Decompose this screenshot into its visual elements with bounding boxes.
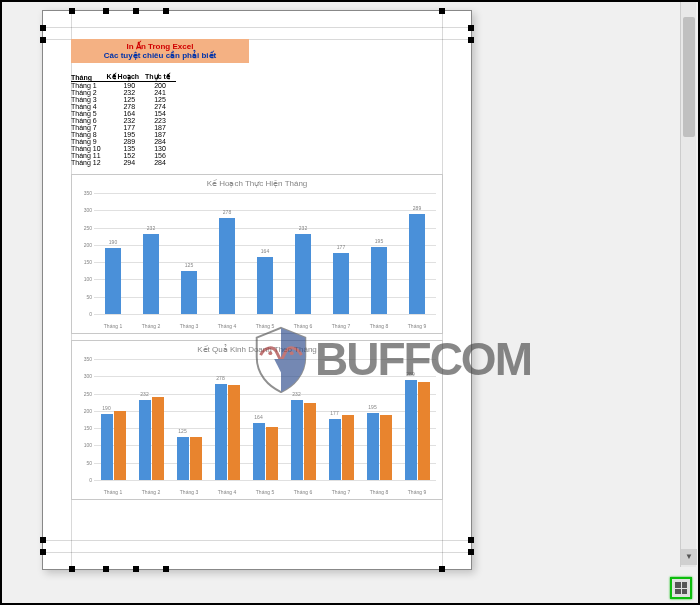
margin-handle[interactable] <box>103 8 109 14</box>
x-tick: Tháng 5 <box>246 489 284 495</box>
bar-group: 164 <box>246 359 284 480</box>
bar-group: 232 <box>132 193 170 314</box>
table-cell: 177 <box>107 124 146 131</box>
table-cell: 130 <box>145 145 176 152</box>
bar <box>228 385 240 480</box>
margin-handle[interactable] <box>69 8 75 14</box>
bar <box>380 415 392 480</box>
margin-handle[interactable] <box>40 25 46 31</box>
bar: 232 <box>291 400 303 480</box>
bar <box>266 427 278 480</box>
margin-handle[interactable] <box>40 537 46 543</box>
table-row: Tháng 7177187 <box>71 124 176 131</box>
table-header: Kế Hoạch <box>107 73 146 82</box>
bar: 164 <box>253 423 265 480</box>
margin-handle[interactable] <box>163 8 169 14</box>
bar-group: 232 <box>132 359 170 480</box>
margin-handle[interactable] <box>468 37 474 43</box>
title-line2: Các tuyệt chiêu cần phải biết <box>77 51 243 60</box>
x-tick: Tháng 9 <box>398 489 436 495</box>
table-header: Tháng <box>71 73 107 82</box>
bar-group: 278 <box>208 193 246 314</box>
table-row: Tháng 1190200 <box>71 82 176 90</box>
bar-label: 195 <box>368 404 376 410</box>
bar: 125 <box>177 437 189 480</box>
bar-label: 232 <box>140 391 148 397</box>
bar-label: 177 <box>337 244 345 250</box>
table-cell: Tháng 12 <box>71 159 107 166</box>
y-tick: 300 <box>74 373 92 379</box>
x-tick: Tháng 8 <box>360 489 398 495</box>
bar-group: 195 <box>360 359 398 480</box>
table-cell: 232 <box>107 117 146 124</box>
bar-label: 177 <box>330 410 338 416</box>
margin-line <box>43 540 471 541</box>
table-cell: 241 <box>145 89 176 96</box>
table-row: Tháng 11152156 <box>71 152 176 159</box>
table-cell: 187 <box>145 124 176 131</box>
bar-group: 125 <box>170 193 208 314</box>
scroll-down-arrow[interactable]: ▼ <box>681 549 697 565</box>
x-tick: Tháng 6 <box>284 323 322 329</box>
chart1-title: Kế Hoạch Thực Hiện Tháng <box>78 179 436 188</box>
bar: 278 <box>219 218 235 314</box>
bar <box>304 403 316 480</box>
margin-handle[interactable] <box>468 549 474 555</box>
vertical-scrollbar[interactable]: ▼ <box>680 2 696 567</box>
bar-group: 289 <box>398 359 436 480</box>
gridline <box>94 480 436 481</box>
table-cell: Tháng 10 <box>71 145 107 152</box>
margin-handle[interactable] <box>439 566 445 572</box>
bottom-bar <box>2 573 698 603</box>
table-cell: Tháng 1 <box>71 82 107 90</box>
bar: 232 <box>139 400 151 480</box>
table-cell: 294 <box>107 159 146 166</box>
table-row: Tháng 10135130 <box>71 145 176 152</box>
bar: 232 <box>295 234 311 314</box>
margin-handle[interactable] <box>103 566 109 572</box>
bar-group: 232 <box>284 193 322 314</box>
table-cell: 274 <box>145 103 176 110</box>
margin-handle[interactable] <box>468 537 474 543</box>
margin-handle[interactable] <box>439 8 445 14</box>
table-cell: 190 <box>107 82 146 90</box>
bar-label: 232 <box>292 391 300 397</box>
x-tick: Tháng 6 <box>284 489 322 495</box>
show-margins-button[interactable] <box>670 577 692 599</box>
table-cell: 164 <box>107 110 146 117</box>
bar: 125 <box>181 271 197 314</box>
margin-handle[interactable] <box>40 37 46 43</box>
margin-handle[interactable] <box>40 549 46 555</box>
margin-handle[interactable] <box>163 566 169 572</box>
bar-group: 177 <box>322 193 360 314</box>
x-tick: Tháng 3 <box>170 323 208 329</box>
table-cell: Tháng 6 <box>71 117 107 124</box>
y-tick: 300 <box>74 207 92 213</box>
bar-group: 289 <box>398 193 436 314</box>
x-tick: Tháng 9 <box>398 323 436 329</box>
x-tick: Tháng 2 <box>132 489 170 495</box>
margin-handle[interactable] <box>468 25 474 31</box>
chart2-title: Kết Quả Kinh Doanh Theo Tháng <box>78 345 436 354</box>
bar-label: 232 <box>147 225 155 231</box>
margin-handle[interactable] <box>133 566 139 572</box>
bar-group: 190 <box>94 359 132 480</box>
margin-handle[interactable] <box>133 8 139 14</box>
scrollbar-thumb[interactable] <box>683 17 695 137</box>
table-cell: Tháng 3 <box>71 96 107 103</box>
table-row: Tháng 12294284 <box>71 159 176 166</box>
bar <box>418 382 430 480</box>
bar-label: 125 <box>178 428 186 434</box>
margin-handle[interactable] <box>69 566 75 572</box>
bar-label: 278 <box>223 209 231 215</box>
bar-label: 164 <box>254 414 262 420</box>
bar <box>152 397 164 480</box>
bar-group: 125 <box>170 359 208 480</box>
bar-group: 164 <box>246 193 284 314</box>
chart-1: Kế Hoạch Thực Hiện Tháng 050100150200250… <box>71 174 443 334</box>
y-tick: 0 <box>74 477 92 483</box>
bar-label: 278 <box>216 375 224 381</box>
x-tick: Tháng 7 <box>322 489 360 495</box>
table-row: Tháng 9289284 <box>71 138 176 145</box>
print-preview-page: In Ấn Trong Excel Các tuyệt chiêu cần ph… <box>42 10 472 570</box>
